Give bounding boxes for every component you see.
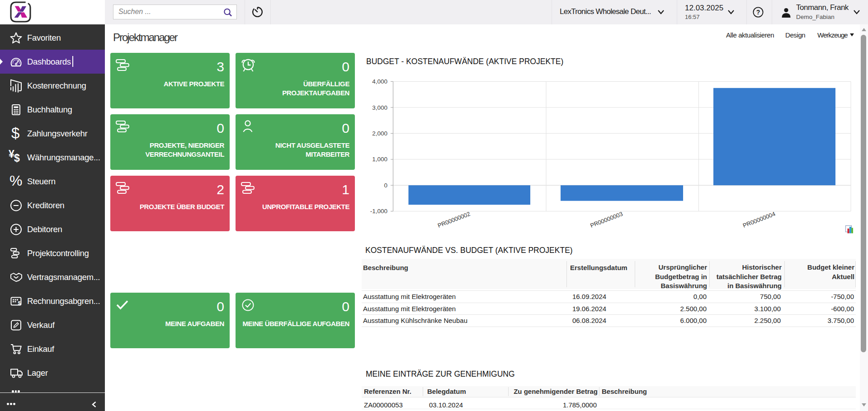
svg-text:PR00000003: PR00000003 — [589, 210, 623, 229]
svg-text:3,000: 3,000 — [372, 104, 387, 111]
svg-text:4,000: 4,000 — [372, 78, 387, 85]
svg-text:-1,000: -1,000 — [370, 208, 387, 215]
svg-text:$: $ — [18, 300, 21, 306]
svg-text:1,000: 1,000 — [372, 156, 387, 163]
svg-text:PR00000004: PR00000004 — [742, 210, 776, 229]
svg-text:PR00000002: PR00000002 — [437, 210, 471, 229]
svg-text:?: ? — [756, 9, 760, 16]
svg-text:2,000: 2,000 — [372, 130, 387, 137]
svg-text:0: 0 — [384, 182, 387, 189]
